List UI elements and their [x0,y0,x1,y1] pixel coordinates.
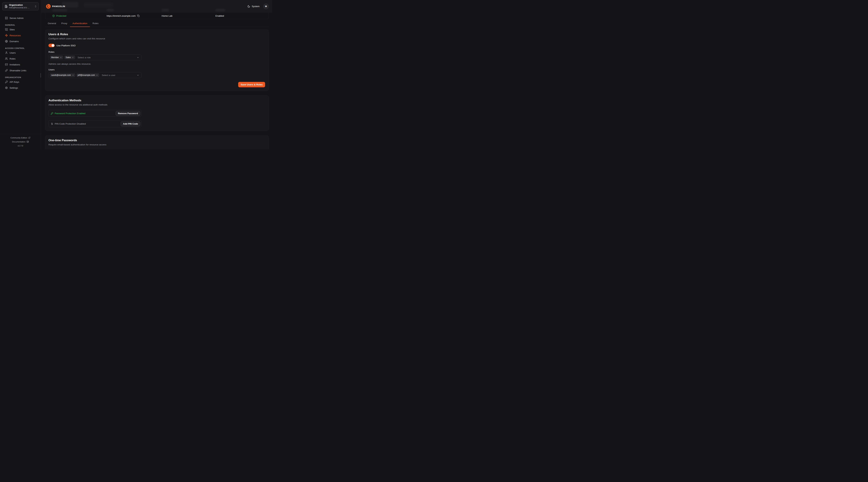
card-actions: Save Users & Roles [49,82,265,87]
sidebar-item-settings[interactable]: Settings [2,85,38,91]
sidebar-item-users[interactable]: Users [2,50,38,56]
remove-password-button[interactable]: Remove Password [116,111,140,116]
password-protection-row: Password Protection Enabled Remove Passw… [49,110,142,117]
user-chip: sarah@example.com [50,73,75,77]
sidebar-resize-handle[interactable] [40,73,41,77]
sidebar-item-label: Shareable Links [9,69,26,72]
resource-protection-status: Protected [45,13,100,19]
sidebar-item-invitations[interactable]: Invitations [2,62,38,67]
sso-toggle-label: Use Platform SSO [56,44,75,47]
org-switcher[interactable]: Organization milo@fossorial.io's ... [2,2,39,10]
sidebar-item-label: Sites [9,28,15,31]
resource-meta-bar: Protected https://immich.example.com Hom… [45,13,269,19]
sidebar-item-label: Invitations [9,63,20,66]
pin-protection-status: PIN Code Protection Disabled [51,123,86,125]
sidebar-item-shareable-links[interactable]: Shareable Links [2,67,38,73]
sidebar-section-access-control: ACCESS CONTROL [2,47,38,50]
theme-toggle-label: System [252,5,259,8]
redacted-label-blur [215,9,225,11]
resource-tabs: General Proxy Authentication Rules [45,19,269,27]
remove-chip-icon[interactable] [60,57,62,59]
resource-url-text: https://immich.example.com [106,14,135,17]
chevron-down-icon [136,56,139,59]
roles-field-label: Roles [49,51,265,53]
sidebar-nav: Server Admin GENERAL Sites Resources Dom… [0,13,41,134]
pin-status-text: PIN Code Protection Disabled [55,123,86,125]
topbar: PANGOLIN System M [41,0,272,13]
remove-chip-icon[interactable] [96,74,98,76]
chevrons-up-down-icon [34,5,37,8]
resource-enabled-text: Enabled [215,14,224,17]
copy-icon [137,14,140,17]
platform-sso-toggle[interactable] [49,44,55,47]
waypoints-icon [5,34,8,37]
gear-icon [5,87,8,89]
auth-methods-card: Authentication Methods Allow access to t… [45,96,269,131]
redacted-title-blur [62,2,78,8]
sidebar-item-sites[interactable]: Sites [2,27,38,32]
sidebar-section-organization: ORGANIZATION [2,76,38,79]
users-multiselect[interactable]: sarah@example.com jeff@example.com Selec… [49,72,142,78]
tab-general[interactable]: General [45,19,59,27]
password-status-text: Password Protection Enabled [55,112,85,115]
sidebar-item-label: Resources [9,34,21,37]
combine-icon [5,28,8,31]
moon-icon [247,5,250,8]
remove-chip-icon[interactable] [72,57,74,59]
tab-authentication[interactable]: Authentication [70,19,90,27]
redacted-label-blur [106,9,114,11]
roles-placeholder: Select a role [78,56,91,59]
community-edition-link[interactable]: Community Edition [10,136,30,140]
mail-check-icon [5,63,8,66]
pangolin-logo [46,4,51,9]
chevron-down-icon [136,74,139,76]
copy-url-button[interactable] [137,14,140,17]
book-open-icon [27,141,29,143]
sidebar-item-domains[interactable]: Domains [2,38,38,44]
documentation-link[interactable]: Documentation [12,140,29,144]
sso-toggle-row: Use Platform SSO [49,44,265,47]
sidebar-item-label: Users [9,52,16,54]
community-edition-label: Community Edition [10,136,27,140]
card-title: Authentication Methods [49,99,265,102]
user-chip-label: jeff@example.com [78,74,95,76]
tab-proxy[interactable]: Proxy [59,19,70,27]
add-pin-code-button[interactable]: Add PIN Code [121,121,140,126]
user-chip-label: sarah@example.com [51,74,71,76]
toggle-thumb [52,44,54,47]
avatar[interactable]: M [263,4,269,9]
role-chip: Member [50,56,63,59]
resource-site: Home Lab [155,13,209,19]
building-icon [4,5,7,8]
card-subtitle: Configure which users and roles can visi… [49,37,265,40]
sidebar-item-label: Settings [9,87,18,89]
binary-icon [51,123,53,125]
external-link-icon [28,137,30,139]
redacted-title-blur [84,2,113,7]
users-icon [5,57,8,60]
tab-content: Users & Roles Configure which users and … [41,27,272,150]
sidebar-item-roles[interactable]: Roles [2,56,38,62]
link-icon [5,69,8,72]
pin-protection-row: PIN Code Protection Disabled Add PIN Cod… [49,120,142,127]
roles-multiselect[interactable]: Member Sales Select a role [49,55,142,60]
users-roles-card: Users & Roles Configure which users and … [45,30,269,91]
user-icon [5,51,8,54]
sidebar-item-server-admin[interactable]: Server Admin [2,15,38,21]
role-chip-label: Sales [66,56,71,59]
tab-rules[interactable]: Rules [90,19,101,27]
sidebar-item-resources[interactable]: Resources [2,32,38,38]
version-label: v1.7.0 [18,144,23,148]
sidebar-item-api-keys[interactable]: API Keys [2,79,38,85]
key-round-icon [5,81,8,83]
user-chip: jeff@example.com [76,73,99,77]
save-users-roles-button[interactable]: Save Users & Roles [238,82,265,87]
one-time-passwords-card: One-time Passwords Require email-based a… [45,135,269,150]
roles-help-text: Admins can always access this resource. [49,63,265,65]
role-chip-label: Member [51,56,59,59]
theme-toggle-button[interactable]: System [247,5,259,8]
redacted-label-blur [52,9,67,11]
shield-check-icon [52,14,55,17]
remove-chip-icon[interactable] [72,74,74,76]
sidebar-item-label: Roles [9,58,16,60]
